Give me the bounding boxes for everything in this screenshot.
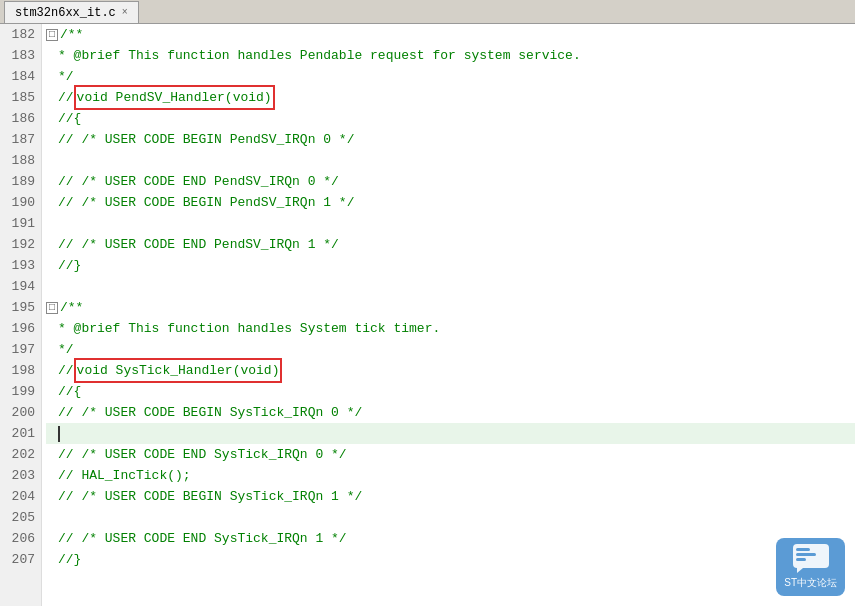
line-number: 194 <box>0 276 41 297</box>
chat-bubble-icon <box>793 544 829 574</box>
line-number: 198 <box>0 360 41 381</box>
table-row: //{ <box>46 381 855 402</box>
table-row <box>46 423 855 444</box>
table-row <box>46 276 855 297</box>
svg-rect-1 <box>796 548 810 551</box>
line-number: 183 <box>0 45 41 66</box>
comment-text: // /* USER CODE END PendSV_IRQn 1 */ <box>58 234 339 255</box>
table-row: * @brief This function handles System ti… <box>46 318 855 339</box>
boxed-function: void SysTick_Handler(void) <box>74 358 283 383</box>
comment-text: // /* USER CODE END SysTick_IRQn 1 */ <box>58 528 347 549</box>
comment-text: // /* USER CODE BEGIN PendSV_IRQn 0 */ <box>58 129 354 150</box>
line-number: 200 <box>0 402 41 423</box>
line-number: 201 <box>0 423 41 444</box>
line-numbers: 1821831841851861871881891901911921931941… <box>0 24 42 606</box>
table-row: □/** <box>46 24 855 45</box>
tab-filename: stm32n6xx_it.c <box>15 6 116 20</box>
comment-text: /** <box>60 297 83 318</box>
line-number: 199 <box>0 381 41 402</box>
table-row <box>46 507 855 528</box>
table-row: // /* USER CODE END PendSV_IRQn 0 */ <box>46 171 855 192</box>
line-number: 204 <box>0 486 41 507</box>
comment-text: /** <box>60 24 83 45</box>
comment-text: //} <box>58 255 81 276</box>
table-row: // /* USER CODE BEGIN SysTick_IRQn 0 */ <box>46 402 855 423</box>
table-row: // HAL_IncTick(); <box>46 465 855 486</box>
line-number: 182 <box>0 24 41 45</box>
table-row <box>46 213 855 234</box>
line-number: 205 <box>0 507 41 528</box>
comment-text: */ <box>58 66 74 87</box>
tab-bar: stm32n6xx_it.c × <box>0 0 855 24</box>
comment-prefix: // <box>58 87 74 108</box>
line-number: 195 <box>0 297 41 318</box>
line-number: 202 <box>0 444 41 465</box>
table-row <box>46 150 855 171</box>
table-row: // /* USER CODE END PendSV_IRQn 1 */ <box>46 234 855 255</box>
fold-icon[interactable]: □ <box>46 302 58 314</box>
comment-text: // /* USER CODE BEGIN SysTick_IRQn 0 */ <box>58 402 362 423</box>
comment-text: * @brief This function handles Pendable … <box>58 45 581 66</box>
comment-text: */ <box>58 339 74 360</box>
fold-icon[interactable]: □ <box>46 29 58 41</box>
table-row: // /* USER CODE BEGIN PendSV_IRQn 0 */ <box>46 129 855 150</box>
table-row: //void PendSV_Handler(void) <box>46 87 855 108</box>
line-number: 191 <box>0 213 41 234</box>
line-number: 203 <box>0 465 41 486</box>
comment-text: * @brief This function handles System ti… <box>58 318 440 339</box>
tab-close-button[interactable]: × <box>122 7 128 18</box>
table-row: //void SysTick_Handler(void) <box>46 360 855 381</box>
line-number: 187 <box>0 129 41 150</box>
editor-area: 1821831841851861871881891901911921931941… <box>0 24 855 606</box>
table-row: // /* USER CODE BEGIN SysTick_IRQn 1 */ <box>46 486 855 507</box>
table-row: */ <box>46 66 855 87</box>
comment-text: // /* USER CODE END PendSV_IRQn 0 */ <box>58 171 339 192</box>
table-row: // /* USER CODE BEGIN PendSV_IRQn 1 */ <box>46 192 855 213</box>
line-number: 184 <box>0 66 41 87</box>
line-number: 192 <box>0 234 41 255</box>
file-tab[interactable]: stm32n6xx_it.c × <box>4 1 139 23</box>
table-row: // /* USER CODE END SysTick_IRQn 1 */ <box>46 528 855 549</box>
comment-prefix: // <box>58 360 74 381</box>
comment-text: // /* USER CODE END SysTick_IRQn 0 */ <box>58 444 347 465</box>
comment-text: //{ <box>58 108 81 129</box>
line-number: 188 <box>0 150 41 171</box>
line-number: 197 <box>0 339 41 360</box>
line-number: 190 <box>0 192 41 213</box>
line-number: 189 <box>0 171 41 192</box>
line-number: 196 <box>0 318 41 339</box>
cursor <box>58 426 60 442</box>
code-lines[interactable]: □/** * @brief This function handles Pend… <box>42 24 855 606</box>
line-number: 206 <box>0 528 41 549</box>
svg-marker-4 <box>797 568 803 573</box>
watermark: ST中文论坛 <box>776 538 845 596</box>
table-row: //{ <box>46 108 855 129</box>
comment-text: // /* USER CODE BEGIN SysTick_IRQn 1 */ <box>58 486 362 507</box>
boxed-function: void PendSV_Handler(void) <box>74 85 275 110</box>
table-row: □/** <box>46 297 855 318</box>
table-row: */ <box>46 339 855 360</box>
comment-text: //} <box>58 549 81 570</box>
code-container: 1821831841851861871881891901911921931941… <box>0 24 855 606</box>
table-row: //} <box>46 255 855 276</box>
comment-text: //{ <box>58 381 81 402</box>
comment-text: // /* USER CODE BEGIN PendSV_IRQn 1 */ <box>58 192 354 213</box>
svg-rect-2 <box>796 553 816 556</box>
line-number: 185 <box>0 87 41 108</box>
comment-text: // HAL_IncTick(); <box>58 465 191 486</box>
watermark-text: ST中文论坛 <box>784 576 837 590</box>
svg-rect-3 <box>796 558 806 561</box>
line-number: 186 <box>0 108 41 129</box>
table-row: //} <box>46 549 855 570</box>
table-row: // /* USER CODE END SysTick_IRQn 0 */ <box>46 444 855 465</box>
line-number: 193 <box>0 255 41 276</box>
line-number: 207 <box>0 549 41 570</box>
table-row: * @brief This function handles Pendable … <box>46 45 855 66</box>
